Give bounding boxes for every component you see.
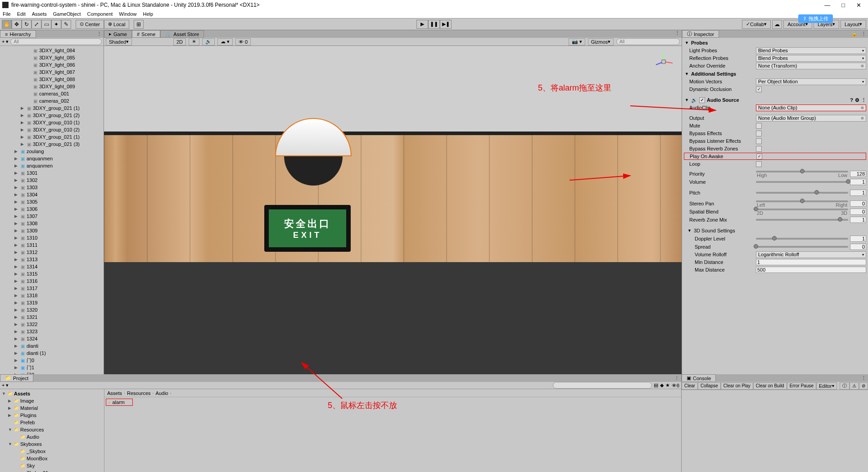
menu-component[interactable]: Component — [87, 11, 113, 17]
crumb-resources[interactable]: Resources — [127, 390, 151, 396]
crumb-audio[interactable]: Audio — [156, 390, 168, 396]
asset-list[interactable]: ♪ alarm — [104, 397, 681, 472]
menu-edit[interactable]: Edit — [17, 11, 26, 17]
light-probes-dropdown[interactable]: Blend Probes▾ — [756, 47, 866, 54]
tree-item[interactable]: ▣cameras_001 — [0, 90, 104, 97]
transform-tool[interactable]: ✦ — [51, 20, 61, 29]
console-editor[interactable]: Editor ▾ — [816, 382, 837, 390]
audio-toggle[interactable]: 🔊 — [202, 38, 215, 45]
tree-item[interactable]: ▶▣1317 — [0, 285, 104, 292]
inspector-lock-icon[interactable]: 🔒 — [850, 31, 859, 37]
collab-dropdown[interactable]: ✓ Collab ▾ — [742, 20, 771, 29]
project-tree-item[interactable]: ▶📁Plugins — [0, 412, 104, 419]
tree-item[interactable]: ▶▣1316 — [0, 277, 104, 285]
project-tree-item[interactable]: 📁Prefeb — [0, 419, 104, 426]
play-on-awake-checkbox[interactable]: ✓ — [756, 154, 762, 159]
hierarchy-search[interactable] — [10, 38, 102, 45]
priority-value[interactable] — [850, 171, 866, 177]
reverb-zone-value[interactable] — [850, 217, 866, 223]
tree-item[interactable]: ▶▣3DXY_group_021 (1) — [0, 133, 104, 141]
console-collapse[interactable]: Collapse — [698, 382, 721, 390]
tree-item[interactable]: ▶▣1321 — [0, 313, 104, 321]
project-tree-item[interactable]: 📁_Skybox — [0, 448, 104, 455]
menu-assets[interactable]: Assets — [32, 11, 47, 17]
anchor-override-field[interactable]: None (Transform)⊙ — [756, 63, 866, 69]
loop-checkbox[interactable] — [756, 161, 762, 167]
console-info-count[interactable]: ⓘ — [840, 382, 850, 390]
search-label-icon[interactable]: ◆ — [660, 382, 664, 388]
asset-store-tab[interactable]: 🛒 Asset Store — [160, 30, 204, 38]
tree-item[interactable]: ▶▣1319 — [0, 299, 104, 306]
snap-tool[interactable]: ⊞ — [134, 20, 144, 29]
scene-detector-object[interactable] — [275, 118, 352, 181]
menu-window[interactable]: Window — [119, 11, 136, 17]
tree-item[interactable]: ▶▣1301 — [0, 169, 104, 177]
maximize-button[interactable]: □ — [841, 2, 845, 9]
play-button[interactable]: ▶ — [416, 20, 428, 29]
menu-help[interactable]: Help — [143, 11, 153, 17]
tree-item[interactable]: ▣3DXY_light_088 — [0, 76, 104, 83]
volume-slider[interactable] — [756, 181, 848, 183]
tree-item[interactable]: ▶▣门2 — [0, 371, 104, 374]
pivot-center[interactable]: ⊙Center — [76, 20, 104, 29]
project-tree-item[interactable]: 📁Sky — [0, 462, 104, 469]
tree-item[interactable]: ▶▣1312 — [0, 249, 104, 256]
component-menu-icon[interactable]: ⋮ — [861, 97, 866, 103]
scene-search[interactable] — [616, 38, 680, 45]
tree-item[interactable]: ▶▣1308 — [0, 220, 104, 227]
project-tree-item[interactable]: ▶📁Material — [0, 404, 104, 412]
tree-item[interactable]: ▶▣1307 — [0, 213, 104, 220]
tree-item[interactable]: ▣3DXY_light_087 — [0, 68, 104, 76]
close-button[interactable]: ✕ — [856, 2, 861, 9]
volume-rolloff-dropdown[interactable]: Logarithmic Rolloff▾ — [756, 251, 866, 258]
step-button[interactable]: ▶❚ — [440, 20, 452, 29]
tree-item[interactable]: ▣3DXY_light_084 — [0, 47, 104, 54]
hierarchy-menu-icon[interactable]: ⋮ — [95, 31, 104, 37]
doppler-value[interactable] — [850, 236, 866, 242]
pitch-value[interactable] — [850, 190, 866, 196]
tree-item[interactable]: ▣3DXY_light_085 — [0, 54, 104, 61]
tree-item[interactable]: ▶▣1313 — [0, 256, 104, 263]
additional-header[interactable]: ▼Additional Settings — [684, 70, 866, 78]
tree-item[interactable]: ▶▣1303 — [0, 184, 104, 191]
spread-slider[interactable] — [756, 246, 848, 248]
scene-view[interactable]: 安全出口 EXIT — [104, 46, 682, 374]
tree-item[interactable]: ▶▣dianti (1) — [0, 349, 104, 357]
tree-item[interactable]: ▶▣3DXY_group_010 (2) — [0, 126, 104, 133]
minimize-button[interactable]: — — [824, 2, 830, 9]
cloud-button[interactable]: ☁ — [772, 20, 782, 29]
tree-item[interactable]: ▶▣3DXY_group_021 (3) — [0, 141, 104, 148]
create-button[interactable]: + ▾ — [2, 39, 9, 45]
project-tree-item[interactable]: 📁Audio — [0, 433, 104, 440]
project-tree-item[interactable]: ▼📁Resources — [0, 426, 104, 433]
tree-item[interactable]: ▶▣zoulang — [0, 148, 104, 155]
crumb-assets[interactable]: Assets — [107, 390, 122, 396]
spatial-blend-value[interactable] — [850, 209, 866, 215]
menu-file[interactable]: File — [3, 11, 11, 17]
tree-item[interactable]: ▶▣1304 — [0, 191, 104, 198]
tree-item[interactable]: ▶▣1323 — [0, 328, 104, 335]
layout-dropdown[interactable]: Layout ▾ — [841, 20, 866, 29]
hierarchy-tree[interactable]: ▣3DXY_light_084▣3DXY_light_085▣3DXY_ligh… — [0, 46, 104, 374]
audio-source-enabled[interactable]: ✓ — [699, 97, 705, 103]
move-tool[interactable]: ✥ — [12, 20, 22, 29]
console-menu-icon[interactable]: ⋮ — [859, 375, 868, 381]
tree-item[interactable]: ▶▣1324 — [0, 335, 104, 342]
game-tab[interactable]: ▸ Game — [104, 30, 132, 38]
asset-alarm[interactable]: ♪ alarm — [106, 399, 133, 406]
tree-item[interactable]: ▣3DXY_light_086 — [0, 61, 104, 68]
spatial-blend-slider[interactable] — [756, 209, 848, 210]
lighting-toggle[interactable]: ☀ — [189, 38, 199, 45]
tree-item[interactable]: ▶▣anquanmen — [0, 162, 104, 169]
motion-vectors-dropdown[interactable]: Per Object Motion▾ — [756, 78, 866, 85]
probes-header[interactable]: ▼Probes — [684, 39, 866, 47]
tree-item[interactable]: ▶▣1305 — [0, 198, 104, 205]
min-distance-value[interactable] — [756, 259, 866, 265]
reverb-zone-slider[interactable] — [756, 219, 848, 221]
tree-item[interactable]: ▶▣1309 — [0, 227, 104, 234]
output-field[interactable]: None (Audio Mixer Group)⊙ — [756, 115, 866, 122]
tree-item[interactable]: ▶▣dianti — [0, 342, 104, 349]
scene-gizmo[interactable] — [652, 50, 675, 73]
shading-dropdown[interactable]: Shaded ▾ — [106, 38, 132, 45]
console-tab[interactable]: ▣ Console — [682, 374, 716, 382]
